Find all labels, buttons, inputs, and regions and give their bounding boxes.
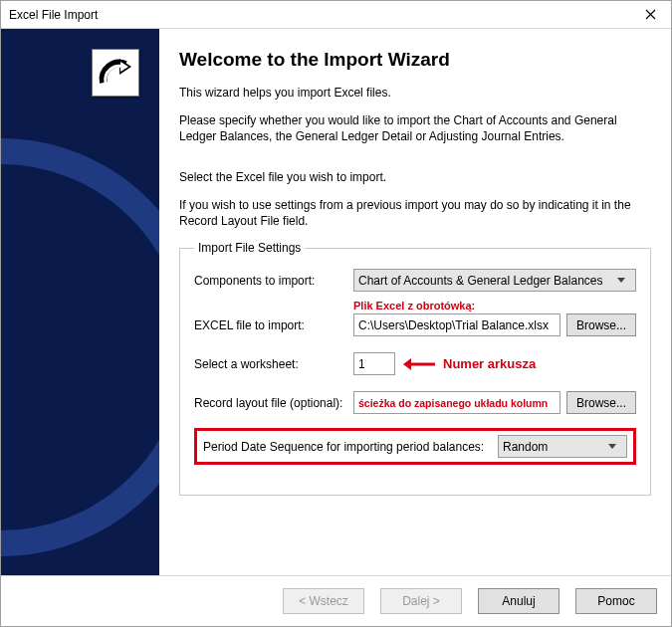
excel-file-row: Plik Excel z obrotówką: EXCEL file to im… <box>194 314 636 336</box>
worksheet-label: Select a worksheet: <box>194 357 353 371</box>
intro-line-1: This wizard helps you import Excel files… <box>179 85 651 101</box>
main-panel: Welcome to the Import Wizard This wizard… <box>159 29 671 575</box>
titlebar: Excel File Import <box>1 1 671 29</box>
arrow-left-icon <box>401 357 437 371</box>
decorative-arc <box>1 138 159 556</box>
layout-label: Record layout file (optional): <box>194 396 353 410</box>
excel-file-input[interactable] <box>353 314 560 336</box>
import-settings-group: Import File Settings Components to impor… <box>179 241 651 496</box>
intro-line-2: Please specify whether you would like to… <box>179 112 651 144</box>
next-button[interactable]: Dalej > <box>380 588 462 614</box>
content: Welcome to the Import Wizard This wizard… <box>1 29 671 575</box>
side-banner <box>1 29 159 575</box>
components-label: Components to import: <box>194 274 353 288</box>
worksheet-annotation-group: Numer arkusza <box>395 356 536 371</box>
worksheet-input[interactable] <box>353 352 395 375</box>
period-sequence-dropdown[interactable]: Random <box>498 435 627 458</box>
close-button[interactable] <box>629 1 671 29</box>
intro-text: This wizard helps you import Excel files… <box>179 85 651 241</box>
worksheet-row: Select a worksheet: Numer arkusza <box>194 352 636 375</box>
layout-file-input[interactable] <box>353 391 560 414</box>
intro-line-3: Select the Excel file you wish to import… <box>179 169 651 185</box>
period-label: Period Date Sequence for importing perio… <box>203 440 498 454</box>
excel-file-label: EXCEL file to import: <box>194 318 353 332</box>
worksheet-annotation: Numer arkusza <box>443 356 536 371</box>
period-value: Random <box>503 440 548 454</box>
cancel-button[interactable]: Anuluj <box>478 588 560 614</box>
excel-annotation: Plik Excel z obrotówką: <box>353 300 475 312</box>
import-arrow-icon <box>92 49 139 97</box>
import-wizard-window: Excel File Import Welcome to the Import … <box>0 0 672 627</box>
components-row: Components to import: Chart of Accounts … <box>194 269 636 292</box>
help-button[interactable]: Pomoc <box>575 588 657 614</box>
back-button[interactable]: < Wstecz <box>283 588 364 614</box>
components-value: Chart of Accounts & General Ledger Balan… <box>358 274 602 288</box>
browse-layout-button[interactable]: Browse... <box>566 391 636 414</box>
layout-row: Record layout file (optional): Browse... <box>194 391 636 414</box>
components-dropdown[interactable]: Chart of Accounts & General Ledger Balan… <box>353 269 636 292</box>
page-title: Welcome to the Import Wizard <box>179 49 651 71</box>
window-title: Excel File Import <box>9 8 98 22</box>
period-sequence-highlight: Period Date Sequence for importing perio… <box>194 428 636 465</box>
intro-line-4: If you wish to use settings from a previ… <box>179 197 651 229</box>
wizard-footer: < Wstecz Dalej > Anuluj Pomoc <box>1 575 671 626</box>
settings-legend: Import File Settings <box>194 241 305 255</box>
browse-excel-button[interactable]: Browse... <box>566 314 636 336</box>
